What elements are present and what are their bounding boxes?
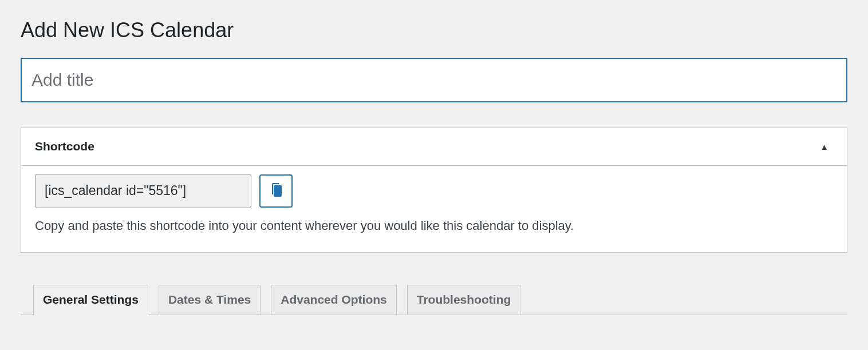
- shortcode-panel-title: Shortcode: [35, 140, 94, 153]
- tabs: General Settings Dates & Times Advanced …: [21, 285, 847, 315]
- copy-icon: [269, 182, 283, 200]
- shortcode-panel-body: Copy and paste this shortcode into your …: [21, 166, 847, 252]
- shortcode-panel-header[interactable]: Shortcode ▲: [21, 128, 847, 166]
- svg-rect-0: [275, 186, 281, 196]
- title-input-wrap: [21, 58, 847, 102]
- page-title: Add New ICS Calendar: [21, 17, 847, 44]
- tab-dates-times[interactable]: Dates & Times: [159, 285, 261, 315]
- title-input[interactable]: [21, 58, 847, 102]
- tab-advanced-options[interactable]: Advanced Options: [271, 285, 397, 315]
- caret-up-icon[interactable]: ▲: [815, 137, 833, 156]
- tab-troubleshooting[interactable]: Troubleshooting: [407, 285, 520, 315]
- shortcode-input[interactable]: [35, 174, 251, 208]
- tab-general-settings[interactable]: General Settings: [33, 285, 148, 315]
- copy-button[interactable]: [259, 174, 293, 208]
- shortcode-help-text: Copy and paste this shortcode into your …: [35, 216, 833, 235]
- shortcode-panel: Shortcode ▲ Copy and paste this shortcod…: [21, 128, 847, 253]
